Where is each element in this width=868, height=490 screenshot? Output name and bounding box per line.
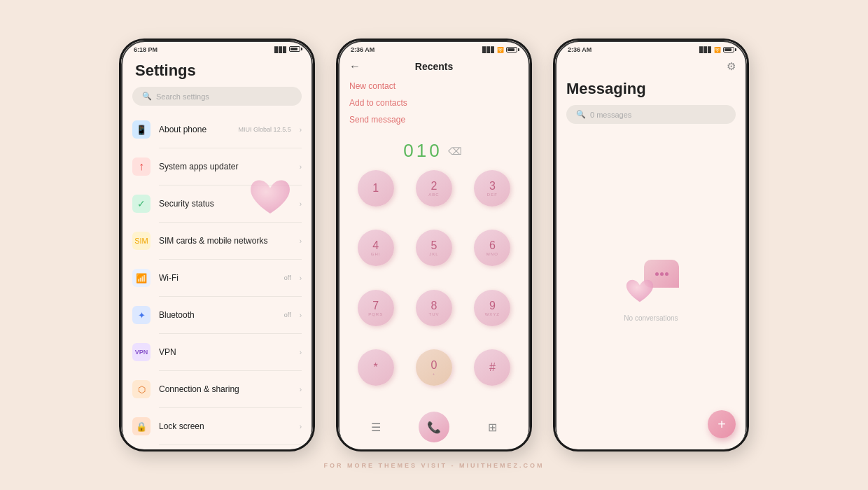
dial-key-3[interactable]: 3DEF [474, 170, 510, 206]
dial-key-9[interactable]: 9WXYZ [474, 290, 510, 326]
dial-key-hash[interactable]: # [474, 349, 510, 386]
about-label: About phone [159, 125, 230, 134]
bubble-dot [660, 272, 664, 276]
chevron-icon: › [300, 349, 302, 356]
message-search-bar[interactable]: 🔍 0 messages [566, 105, 736, 124]
bt-status: off [284, 312, 291, 318]
bt-icon: ✦ [132, 306, 150, 324]
signal-icon: ▊▊▊ [699, 47, 712, 53]
new-contact-btn[interactable]: New contact [349, 80, 519, 92]
wifi-label: Wi-Fi [159, 273, 276, 283]
status-bar-3: 2:36 AM ▊▊▊ 🛜 [555, 41, 747, 56]
battery-icon [723, 47, 734, 52]
connection-label: Connection & sharing [159, 384, 291, 394]
messaging-title: Messaging [555, 77, 747, 105]
settings-item-about[interactable]: 📱 About phone MIUI Global 12.5.5 › [121, 114, 313, 145]
msg-search-placeholder: 0 messages [590, 111, 631, 119]
status-icons-2: ▊▊▊ 🛜 [482, 47, 517, 53]
chevron-icon: › [300, 274, 302, 282]
dial-key-6[interactable]: 6MNO [474, 230, 510, 266]
add-contacts-btn[interactable]: Add to contacts [349, 97, 519, 109]
status-time-3: 2:36 AM [568, 46, 592, 53]
settings-item-sysapps[interactable]: ↑ System apps updater › [121, 151, 313, 182]
divider [159, 444, 302, 445]
keypad-icon[interactable]: ⊞ [488, 421, 497, 434]
dial-key-8[interactable]: 8TUV [416, 290, 452, 326]
chevron-icon: › [300, 163, 302, 171]
divider [159, 259, 302, 260]
divider [159, 333, 302, 334]
vpn-icon: VPN [132, 343, 150, 361]
dialer-display: 010 ⌫ [338, 129, 530, 167]
lock-label: Lock screen [159, 421, 291, 431]
wifi-icon: 📶 [132, 269, 150, 287]
settings-item-security[interactable]: ✓ Security status › [121, 188, 313, 219]
no-conversations-text: No conversations [624, 314, 678, 322]
dialer-header: ← Recents [338, 56, 530, 77]
phone-dialer: 2:36 AM ▊▊▊ 🛜 ← Recents New contact Add … [336, 38, 532, 451]
divider [159, 148, 302, 148]
chevron-icon: › [300, 200, 302, 208]
dial-key-1[interactable]: 1 [358, 170, 394, 206]
signal-icon: ▊▊▊ [274, 47, 287, 53]
send-message-btn[interactable]: Send message [349, 113, 519, 126]
settings-content: Settings 🔍 Search settings 📱 About phone… [121, 56, 313, 449]
phone-messaging: 2:36 AM ▊▊▊ 🛜 ⚙ Messaging 🔍 0 messages [553, 38, 749, 451]
settings-title: Settings [121, 56, 313, 87]
settings-item-sim[interactable]: SIM SIM cards & mobile networks › [121, 225, 313, 256]
status-icons-3: ▊▊▊ 🛜 [699, 47, 734, 53]
settings-search-bar[interactable]: 🔍 Search settings [132, 87, 302, 106]
empty-state: No conversations [555, 132, 747, 449]
dialer-content: ← Recents New contact Add to contacts Se… [338, 56, 530, 449]
search-placeholder: Search settings [156, 92, 209, 101]
watermark-text: FOR MORE THEMES VISIT - MIUITHEMEZ.COM [324, 462, 545, 469]
dial-key-0[interactable]: 0+ [416, 349, 452, 386]
dial-key-7[interactable]: 7PQRS [358, 290, 394, 326]
wifi-status-icon: 🛜 [714, 47, 721, 53]
settings-item-bt[interactable]: ✦ Bluetooth off › [121, 300, 313, 330]
backspace-icon[interactable]: ⌫ [448, 146, 465, 157]
dial-key-star[interactable]: * [358, 349, 394, 386]
bubble-dot [665, 272, 668, 276]
vpn-label: VPN [159, 347, 291, 357]
status-time-2: 2:36 AM [351, 46, 374, 53]
battery-icon [506, 47, 517, 52]
settings-item-connection[interactable]: ⬡ Connection & sharing › [121, 374, 313, 405]
settings-item-lock[interactable]: 🔒 Lock screen › [121, 411, 313, 442]
chevron-icon: › [300, 126, 302, 134]
divider [159, 185, 302, 186]
phone-settings: 6:18 PM ▊▊▊ Settings 🔍 Search settings 📱… [119, 38, 315, 451]
menu-icon[interactable]: ☰ [371, 421, 381, 434]
wifi-status-icon: 🛜 [497, 47, 504, 53]
status-time-1: 6:18 PM [134, 46, 158, 53]
divider [159, 370, 302, 371]
compose-button[interactable]: + [708, 410, 736, 438]
settings-item-vpn[interactable]: VPN VPN › [121, 337, 313, 368]
battery-icon [289, 46, 300, 53]
security-label: Security status [159, 199, 291, 209]
heart-empty-icon [623, 275, 657, 309]
back-button[interactable]: ← [349, 60, 360, 73]
dialer-title: Recents [415, 61, 453, 72]
dial-key-4[interactable]: 4GHI [358, 230, 394, 266]
signal-icon: ▊▊▊ [482, 47, 495, 53]
connection-icon: ⬡ [132, 380, 150, 398]
settings-item-display[interactable]: ☀ Display › [121, 448, 313, 449]
settings-gear-icon[interactable]: ⚙ [727, 60, 736, 73]
dialer-bottom-bar: ☰ 📞 ⊞ [338, 406, 530, 449]
divider [159, 296, 302, 297]
about-sub: MIUI Global 12.5.5 [239, 126, 291, 133]
dial-key-5[interactable]: 5JKL [416, 230, 452, 266]
dial-key-2[interactable]: 2ABC [416, 170, 452, 206]
settings-item-wifi[interactable]: 📶 Wi-Fi off › [121, 262, 313, 293]
sim-icon: SIM [132, 232, 150, 250]
dialer-keypad: 1 2ABC 3DEF 4GHI 5JKL 6MNO 7PQRS 8TUV 9W… [338, 167, 530, 406]
divider [159, 407, 302, 408]
sim-label: SIM cards & mobile networks [159, 236, 291, 246]
empty-illustration [623, 260, 679, 309]
status-bar-1: 6:18 PM ▊▊▊ [121, 41, 313, 56]
messaging-content: ⚙ Messaging 🔍 0 messages [555, 56, 747, 449]
chevron-icon: › [300, 423, 302, 430]
security-icon: ✓ [132, 195, 150, 213]
call-button[interactable]: 📞 [419, 412, 449, 442]
